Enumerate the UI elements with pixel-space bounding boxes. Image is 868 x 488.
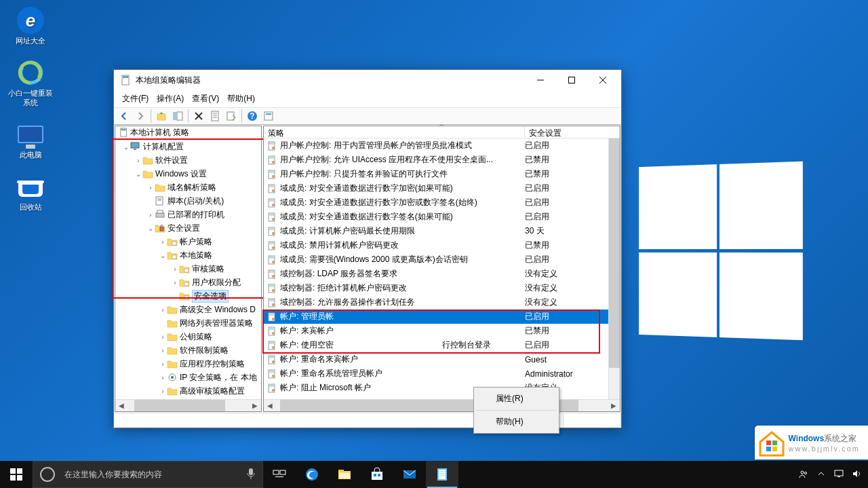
tree-item[interactable]: ›域名解析策略 xyxy=(115,181,261,194)
tree-item[interactable]: ⌄计算机配置 xyxy=(115,140,261,153)
tree-item[interactable]: ›帐户策略 xyxy=(115,235,261,248)
gpedit-window: 本地组策略编辑器 文件(F) 操作(A) 查看(V) 帮助(H) ? 本地计算机… xyxy=(113,69,622,428)
tray-network-icon[interactable] xyxy=(834,469,844,481)
svg-rect-92 xyxy=(772,440,777,445)
tree-scrollbar-horizontal[interactable]: ◀▶ xyxy=(115,399,261,411)
svg-rect-106 xyxy=(339,473,350,478)
list-row[interactable]: 帐户: 重命名来宾帐户Guest xyxy=(264,352,620,367)
task-view-button[interactable] xyxy=(263,461,296,488)
minimize-button[interactable] xyxy=(525,70,556,90)
properties-button[interactable] xyxy=(208,109,222,124)
tree-root-label: 本地计算机 策略 xyxy=(130,127,189,138)
context-menu-help[interactable]: 帮助(H) xyxy=(475,412,557,432)
svg-point-36 xyxy=(171,376,174,379)
taskbar-explorer[interactable] xyxy=(328,461,361,488)
list-row[interactable]: 域成员: 计算机帐户密码最长使用期限30 天 xyxy=(264,224,620,238)
list-scrollbar-vertical[interactable] xyxy=(608,138,620,399)
scroll-up-icon[interactable]: ︿ xyxy=(439,120,445,129)
svg-rect-23 xyxy=(134,149,136,150)
tree-item[interactable]: 安全选项 xyxy=(115,289,261,303)
help-button[interactable]: ? xyxy=(245,109,260,124)
tree-item[interactable]: 脚本(启动/关机) xyxy=(115,194,261,208)
tree-item[interactable]: ›公钥策略 xyxy=(115,330,261,343)
tray-people-icon[interactable] xyxy=(799,469,808,481)
tree-item[interactable]: ⌄安全设置 xyxy=(115,221,261,235)
taskbar-store[interactable] xyxy=(361,461,393,488)
tree-item[interactable]: ›软件设置 xyxy=(115,153,261,167)
tree-item[interactable]: ›IP 安全策略，在 本地 xyxy=(115,371,261,384)
svg-rect-93 xyxy=(766,447,771,451)
svg-rect-3 xyxy=(569,77,575,83)
svg-rect-118 xyxy=(835,470,843,476)
desktop-icon-url-nav[interactable]: e 网址大全 xyxy=(7,7,54,45)
close-button[interactable] xyxy=(587,70,618,90)
list-row[interactable]: 域控制器: LDAP 服务器签名要求没有定义 xyxy=(264,267,620,281)
taskbar-mail[interactable] xyxy=(393,461,426,488)
list-row[interactable]: 帐户: 阻止 Microsoft 帐户没有定义 xyxy=(264,381,620,395)
list-row[interactable]: 用户帐户控制: 允许 UIAccess 应用程序在不使用安全桌面...已禁用 xyxy=(264,153,620,167)
list-row[interactable]: 域成员: 对安全通道数据进行数字加密(如果可能)已启用 xyxy=(264,181,620,195)
desktop-icon-recycle-bin[interactable]: 回收站 xyxy=(7,173,54,212)
context-menu-properties[interactable]: 属性(R) xyxy=(475,389,557,409)
svg-rect-89 xyxy=(269,385,274,387)
search-box[interactable]: 在这里输入你要搜索的内容 xyxy=(33,461,263,488)
list-row[interactable]: 帐户: 管理员帐已启用 xyxy=(264,309,620,324)
list-row[interactable]: 帐户: 来宾帐户已禁用 xyxy=(264,324,620,338)
svg-rect-15 xyxy=(227,112,234,120)
column-setting[interactable]: 安全设置 xyxy=(525,126,620,138)
list-row[interactable]: 域成员: 对安全通道数据进行数字签名(如果可能)已启用 xyxy=(264,210,620,224)
maximize-button[interactable] xyxy=(556,70,587,90)
svg-rect-24 xyxy=(156,197,163,205)
list-row[interactable]: 用户帐户控制: 用于内置管理员帐户的管理员批准模式已启用 xyxy=(264,138,620,153)
forward-button[interactable] xyxy=(133,109,148,124)
tree-item[interactable]: ›软件限制策略 xyxy=(115,343,261,357)
list-row[interactable]: 帐户: 使用空密________________________行控制台登录已启… xyxy=(264,338,620,352)
menubar: 文件(F) 操作(A) 查看(V) 帮助(H) xyxy=(114,90,621,107)
menu-help[interactable]: 帮助(H) xyxy=(223,91,259,107)
list-row[interactable]: 域控制器: 允许服务器操作者计划任务没有定义 xyxy=(264,295,620,309)
policy-list[interactable]: 用户帐户控制: 用于内置管理员帐户的管理员批准模式已启用用户帐户控制: 允许 U… xyxy=(264,138,620,399)
tree-item[interactable]: ›高级审核策略配置 xyxy=(115,384,261,398)
list-row[interactable]: 域控制器: 拒绝计算机帐户密码更改没有定义 xyxy=(264,281,620,295)
tree-item[interactable]: ⌄Windows 设置 xyxy=(115,167,261,181)
list-scrollbar-horizontal[interactable]: ◀▶ xyxy=(264,399,620,411)
filter-button[interactable] xyxy=(261,109,276,124)
menu-action[interactable]: 操作(A) xyxy=(153,91,188,107)
tree-item[interactable]: ›用户权限分配 xyxy=(115,276,261,289)
taskbar-edge[interactable] xyxy=(296,461,328,488)
window-title: 本地组策略编辑器 xyxy=(136,75,525,86)
menu-file[interactable]: 文件(F) xyxy=(118,91,153,107)
tree-header[interactable]: 本地计算机 策略 xyxy=(115,126,261,138)
svg-rect-59 xyxy=(269,242,274,244)
tree-item[interactable]: 网络列表管理器策略 xyxy=(115,316,261,330)
tree-item[interactable]: ›审核策略 xyxy=(115,262,261,276)
tree-item[interactable]: ›已部署的打印机 xyxy=(115,208,261,221)
tree-item[interactable]: ›高级安全 Windows D xyxy=(115,303,261,316)
desktop-icon-reinstall[interactable]: 小白一键重装系统 xyxy=(7,59,54,107)
tree[interactable]: ⌄计算机配置›软件设置⌄Windows 设置›域名解析策略 脚本(启动/关机)›… xyxy=(115,138,261,399)
list-row[interactable]: 域成员: 需要强(Windows 2000 或更高版本)会话密钥已启用 xyxy=(264,252,620,267)
delete-button[interactable] xyxy=(191,109,206,124)
column-policy[interactable]: 策略 xyxy=(264,126,525,138)
tray-chevron-up-icon[interactable] xyxy=(816,469,826,481)
show-hide-tree-button[interactable] xyxy=(170,109,185,124)
export-button[interactable] xyxy=(224,109,239,124)
list-row[interactable]: 域成员: 对安全通道数据进行数字加密或数字签名(始终)已启用 xyxy=(264,195,620,210)
tray-volume-icon[interactable] xyxy=(852,469,861,481)
taskbar-notepad[interactable] xyxy=(426,461,458,488)
up-button[interactable] xyxy=(154,109,169,124)
svg-rect-74 xyxy=(269,314,274,316)
list-row[interactable]: 域成员: 禁用计算机帐户密码更改已禁用 xyxy=(264,238,620,252)
start-button[interactable] xyxy=(0,461,33,488)
back-button[interactable] xyxy=(117,109,132,124)
titlebar[interactable]: 本地组策略编辑器 xyxy=(114,70,621,90)
mic-icon[interactable] xyxy=(246,468,256,482)
svg-point-63 xyxy=(272,261,275,263)
tree-item[interactable]: ⌄本地策略 xyxy=(115,248,261,262)
tree-item[interactable]: ›应用程序控制策略 xyxy=(115,357,261,371)
watermark: Windows系统之家 www.bjjmlv.com xyxy=(755,426,868,459)
desktop-icon-this-pc[interactable]: 此电脑 xyxy=(7,121,54,159)
list-row[interactable]: 用户帐户控制: 只提升签名并验证的可执行文件已禁用 xyxy=(264,167,620,181)
menu-view[interactable]: 查看(V) xyxy=(188,91,223,107)
list-row[interactable]: 帐户: 重命名系统管理员帐户Administrator xyxy=(264,367,620,381)
